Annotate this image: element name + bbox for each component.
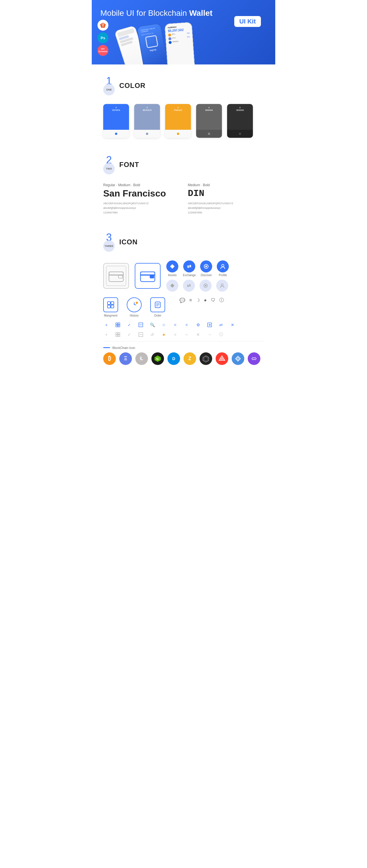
section-number-3: 3 THREE — [103, 232, 115, 252]
icon-discover-gray — [200, 280, 211, 291]
moon-icon: ☽ — [196, 298, 200, 303]
hero-badge: UI Kit — [234, 16, 261, 27]
font-grid: Regular · Medium · Bold San Francisco AB… — [103, 183, 264, 215]
neo-icon: N — [151, 352, 164, 365]
icon-profile: Profile — [217, 260, 229, 277]
svg-point-16 — [205, 285, 206, 286]
icon-section-header: 3 THREE ICON — [103, 232, 264, 252]
svg-marker-14 — [170, 283, 174, 287]
discover-icon — [200, 260, 212, 273]
small-icons-row2: + ✓ ↺ ★ < ↔ ✕ → ⓘ — [103, 332, 264, 338]
sketch-badge — [97, 20, 108, 31]
icon-section: 3 THREE ICON — [92, 221, 275, 371]
svg-rect-32 — [116, 325, 117, 327]
blockchain-line — [103, 347, 110, 348]
minus-icon-gray — [138, 332, 144, 338]
svg-point-17 — [221, 284, 223, 286]
refresh-icon-gray: ↺ — [149, 332, 156, 338]
circle-icon: ● — [204, 298, 207, 303]
icon-assets-gray — [166, 280, 178, 291]
swatch-blue-color: #3574FA — [103, 104, 129, 130]
ltc-icon: Ł — [135, 352, 148, 365]
swatch-gray: #8DA0C8 — [134, 104, 160, 138]
section-number-1: 1 ONE — [103, 76, 115, 95]
arrows-icon-gray: ↔ — [184, 332, 190, 338]
layers-icon: ≡ — [189, 298, 192, 303]
profile-icon — [217, 260, 229, 273]
svg-point-25 — [136, 302, 138, 304]
named-icons-row-bottom — [166, 280, 229, 291]
svg-rect-49 — [236, 356, 241, 361]
export-icon — [206, 322, 213, 328]
ark-icon — [216, 352, 228, 365]
swatch-blue: #3574FA — [103, 104, 129, 138]
back-icon: < — [172, 322, 178, 328]
exchange-icon — [183, 260, 195, 273]
svg-rect-50 — [237, 357, 239, 360]
screens-badge: 60+Screens — [97, 45, 108, 56]
tab-icon-order: Order — [150, 297, 165, 317]
font-din: Medium · Bold DIN ABCDEFGHIJKLMNOPQRSTUV… — [188, 183, 264, 215]
star-icon: ☆ — [161, 322, 167, 328]
order-icon — [150, 297, 165, 312]
svg-marker-46 — [204, 357, 207, 361]
info-icon-gray: ⓘ — [218, 332, 224, 338]
grid-icon — [115, 322, 121, 328]
swatch-darkgray: #666666 — [196, 104, 222, 138]
svg-rect-38 — [118, 333, 120, 334]
svg-rect-30 — [116, 323, 117, 324]
matic-icon — [248, 352, 260, 365]
icon-exchange-gray — [183, 280, 195, 291]
icon-discover: Discover — [200, 260, 212, 277]
sketch-icon — [100, 22, 106, 28]
close-icon: ✕ — [229, 322, 236, 328]
swatch-orange: #F5A623 — [165, 104, 191, 138]
color-swatches: #3574FA #8DA0C8 #F5A623 #666666 — [103, 104, 264, 138]
ps-badge: Ps — [97, 32, 108, 43]
svg-rect-37 — [116, 333, 117, 334]
check-icon: ✓ — [126, 322, 133, 328]
svg-rect-20 — [108, 305, 110, 308]
crypto-icons-row: ₿ Ξ Ł N D Z — [103, 352, 264, 365]
svg-rect-40 — [118, 335, 120, 337]
assets-icon-gray — [166, 280, 178, 291]
section-number-2: 2 TWO — [103, 155, 115, 175]
share-icon: < — [184, 322, 190, 328]
svg-marker-45 — [203, 356, 209, 362]
nano-icon — [232, 352, 244, 365]
svg-text:N: N — [156, 357, 159, 361]
small-icons-row1: + ✓ 🔍 ☆ < < ⚙ ⇄ ✕ — [103, 322, 264, 328]
exchange-icon-gray — [183, 280, 195, 291]
font-sf: Regular · Medium · Bold San Francisco AB… — [103, 183, 179, 215]
profile-icon-gray — [216, 280, 228, 291]
color-section: 1 ONE COLOR #3574FA #8DA0C8 #F5A623 — [92, 64, 275, 144]
swatch-black: #303030 — [227, 104, 253, 138]
misc-icons-row1: 💬 ≡ ☽ ● 🗨 ⓘ — [179, 297, 224, 303]
tab-icon-management: Mangment — [103, 297, 118, 317]
plus-icon-gray: + — [103, 332, 110, 338]
ps-label: Ps — [101, 36, 105, 40]
assets-icon — [166, 260, 178, 273]
settings-icon: ⚙ — [195, 322, 201, 328]
check-icon-gray: ✓ — [126, 332, 133, 338]
close-icon-gray: ✕ — [195, 332, 201, 338]
misc-icons-group: 💬 ≡ ☽ ● 🗨 ⓘ — [179, 297, 224, 303]
phone-mockup-3: myWallet $6,297,502 BTC 788 ETH 564 WAVE… — [165, 22, 195, 64]
icon-exchange: Exchange — [183, 260, 196, 277]
named-icons-row-top: Assets Exchange — [166, 260, 229, 277]
svg-rect-18 — [108, 302, 110, 305]
named-icons-group: Assets Exchange — [166, 260, 229, 291]
wallet-solid — [135, 263, 161, 289]
forward-icon-gray: → — [206, 332, 213, 338]
blockchain-label: BlockChain Icon — [103, 346, 264, 349]
font-section: 2 TWO FONT Regular · Medium · Bold San F… — [92, 144, 275, 221]
tab-icon-history: History — [127, 297, 142, 317]
eth-icon: Ξ — [119, 352, 132, 365]
svg-marker-10 — [170, 264, 175, 269]
svg-point-12 — [205, 266, 207, 267]
comment-icon: 🗨 — [211, 298, 215, 303]
svg-rect-8 — [150, 275, 154, 278]
info-icon: ⓘ — [219, 297, 224, 303]
search-icon: 🔍 — [149, 322, 156, 328]
minus-icon — [138, 322, 144, 328]
